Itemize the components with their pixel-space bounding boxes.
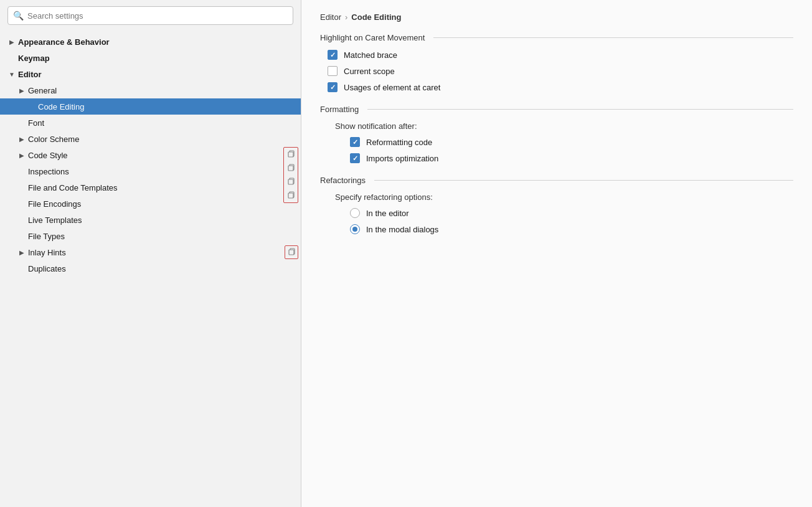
formatting-sub-content: Reformatting code Imports optimization [328,137,793,163]
subsection-show-notification: Show notification after: [328,121,793,131]
label-in-editor: In the editor [366,209,409,218]
subsection-specify-refactoring: Specify refactoring options: [328,192,793,202]
breadcrumb-editor: Editor [320,12,341,22]
section-highlight-content: Matched brace Current scope Usages of el… [320,50,793,92]
breadcrumb-code-editing: Code Editing [351,12,401,22]
copy-icon-1[interactable] [284,148,298,161]
chevron-down-icon [7,70,16,78]
svg-rect-4 [289,250,294,255]
label-current-scope: Current scope [344,67,395,76]
sidebar-item-font[interactable]: Font [0,115,301,131]
section-formatting-content: Show notification after: Reformatting co… [320,121,793,163]
sidebar-item-label: Live Templates [28,216,293,225]
search-box-wrap: 🔍 [0,0,301,31]
search-box[interactable]: 🔍 [7,6,293,25]
breadcrumb: Editor › Code Editing [320,12,793,22]
checkbox-row-usages: Usages of element at caret [328,82,793,92]
search-icon: 🔍 [13,11,24,21]
checkbox-imports[interactable] [350,153,360,163]
right-panel: Editor › Code Editing Highlight on Caret… [301,0,812,507]
checkbox-reformatting[interactable] [350,137,360,147]
sidebar-item-label: Appearance & Behavior [18,37,293,47]
chevron-right-icon [17,151,26,159]
sidebar-item-label: File Encodings [28,199,293,209]
sidebar-item-label: Font [28,118,293,128]
svg-rect-0 [288,152,293,157]
left-panel: 🔍 Appearance & Behavior Keymap Editor Ge… [0,0,301,507]
sidebar-item-editor[interactable]: Editor [0,66,301,82]
sidebar-item-keymap[interactable]: Keymap [0,50,301,66]
sidebar-item-label: File and Code Templates [28,183,293,192]
checkbox-matched-brace[interactable] [328,50,338,60]
sidebar-item-file-code-templates[interactable]: File and Code Templates [0,179,301,196]
sidebar-item-file-encodings[interactable]: File Encodings [0,196,301,212]
sidebar-item-label: Code Editing [38,102,293,111]
label-reformatting: Reformatting code [366,138,432,147]
checkbox-usages[interactable] [328,82,338,92]
sidebar-item-code-editing[interactable]: Code Editing [0,98,301,115]
sidebar-item-code-style[interactable]: Code Style [0,147,301,163]
chevron-right-icon [17,248,26,257]
label-usages: Usages of element at caret [344,83,440,92]
tree-area: Appearance & Behavior Keymap Editor Gene… [0,31,301,507]
sidebar-item-label: Editor [18,70,293,79]
sidebar-item-label: General [28,86,293,95]
sidebar-item-label: Color Scheme [28,135,293,144]
sidebar-item-inspections[interactable]: Inspections [0,163,301,179]
search-input[interactable] [27,11,288,21]
radio-modal-dialogs[interactable] [350,224,360,234]
checkbox-row-matched-brace: Matched brace [328,50,793,60]
sidebar-item-appearance-behavior[interactable]: Appearance & Behavior [0,34,301,50]
sidebar-item-color-scheme[interactable]: Color Scheme [0,131,301,147]
copy-icon-inlay-hints[interactable] [285,245,298,259]
sidebar-item-label: Keymap [18,54,293,63]
breadcrumb-arrow: › [345,12,347,22]
radio-in-editor[interactable] [350,208,360,218]
section-refactorings-content: Specify refactoring options: In the edit… [320,192,793,234]
radio-row-modal-dialogs: In the modal dialogs [350,224,793,234]
chevron-right-icon [17,86,26,95]
label-modal-dialogs: In the modal dialogs [366,225,438,234]
sidebar-item-label: File Types [28,232,293,241]
sidebar-item-file-types[interactable]: File Types [0,228,301,244]
sidebar-item-label: Duplicates [28,264,293,273]
sidebar-item-general[interactable]: General [0,82,301,98]
sidebar-item-inlay-hints[interactable]: Inlay Hints [0,244,301,260]
section-refactorings-label: Refactorings [320,176,793,185]
label-matched-brace: Matched brace [344,50,397,60]
checkbox-row-imports: Imports optimization [350,153,793,163]
radio-row-in-editor: In the editor [350,208,793,218]
section-formatting-label: Formatting [320,105,793,114]
checkbox-row-current-scope: Current scope [328,66,793,76]
chevron-right-icon [7,37,16,46]
refactorings-sub-content: In the editor In the modal dialogs [328,208,793,234]
checkbox-current-scope[interactable] [328,66,338,76]
chevron-right-icon [17,135,26,143]
sidebar-item-live-templates[interactable]: Live Templates [0,212,301,228]
checkbox-row-reformatting: Reformatting code [350,137,793,147]
sidebar-item-label: Code Style [28,151,293,160]
label-imports: Imports optimization [366,154,438,163]
sidebar-item-label: Inlay Hints [28,248,293,257]
sidebar-item-label: Inspections [28,167,293,176]
sidebar-item-duplicates[interactable]: Duplicates [0,260,301,277]
section-highlight-label: Highlight on Caret Movement [320,33,793,42]
